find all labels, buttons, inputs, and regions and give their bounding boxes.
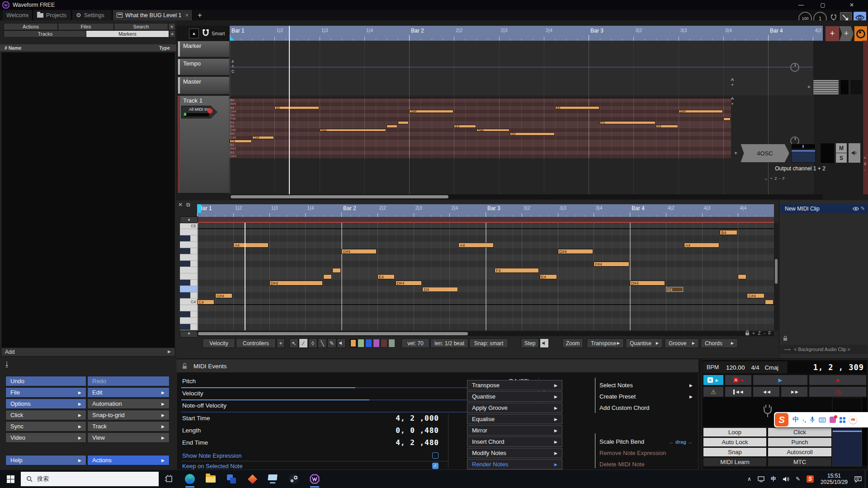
taskbar-app-explorer[interactable] [205,474,216,484]
menu-undo[interactable]: Undo [5,376,86,386]
warning-button[interactable]: ⚠ [703,386,724,397]
time-value[interactable]: 4, 2 ,480 [326,438,439,447]
editor-hscrollbar[interactable] [197,331,774,336]
white-key-f4[interactable] [180,267,197,273]
editor-menu-transpose[interactable]: Transpose▶ [587,338,624,348]
midi-note-f4-8.25[interactable]: F4 [495,268,539,273]
keys-scroll-up-button[interactable]: ▲ [180,216,198,223]
menu-automation[interactable]: Automation▶ [87,399,170,409]
record-button[interactable]: ● [809,375,867,385]
minimize-button[interactable]: — [792,0,810,10]
fader-line[interactable] [833,431,862,432]
clip-note[interactable] [723,117,731,121]
note-menu-mirror[interactable]: Mirror▶ [467,425,562,436]
taskbar-app-monitor-app[interactable] [268,474,278,484]
white-key-e4[interactable] [180,273,197,280]
note-menu-render-notes[interactable]: Render Notes▶ [467,459,562,469]
monitor-record-button[interactable] [854,26,868,42]
fast-forward-button[interactable]: ►► [781,386,808,397]
clip-title-bar[interactable]: New MIDI Clip ✎ [780,204,868,213]
menu-edit[interactable]: Edit▶ [87,387,170,398]
unlock-icon[interactable] [182,363,187,369]
export-icon[interactable]: ⭳ [4,360,10,368]
menu-video[interactable]: Video▶ [5,432,86,443]
close-button[interactable]: ✕ [843,0,861,10]
white-key-a3[interactable] [180,318,197,324]
sticker-icon[interactable] [849,416,857,424]
editor-zoom-controls[interactable]: + Z - F [752,331,772,336]
midi-note-fs4-11[interactable]: F#4 [594,262,629,267]
line-tool[interactable]: ╲ [318,338,327,348]
menu-snap-to-grid[interactable]: Snap-to-grid▶ [87,410,170,420]
track1-badge-add[interactable]: + [730,102,735,106]
toggle-label-show-note-expression[interactable]: Show Note Expression [182,452,242,459]
clip-note[interactable]: F4 [600,121,656,124]
auto-play-button[interactable]: A► [703,375,724,385]
master-meter[interactable] [840,80,849,95]
channel-pan-strip[interactable] [791,144,816,149]
velocity-display[interactable]: vel: 70 [401,338,429,348]
black-key-gs3[interactable] [180,324,197,330]
midi-note-a4-13.5[interactable]: A4 [684,243,719,248]
editor-close-icon[interactable]: ✕ [178,202,183,208]
clip-note[interactable]: A4 [555,106,599,109]
zoom-button[interactable]: Zoom [562,338,583,348]
channel-speaker-button[interactable] [848,143,861,163]
track-header-tempo[interactable]: Tempo [177,58,230,75]
countdown-clock-button[interactable]: ◷ [809,386,867,397]
track-header-marker[interactable]: Marker [177,41,230,57]
editor-vscroll-thumb[interactable] [775,259,778,284]
menu-redo[interactable]: Redo [87,376,170,386]
note-action-select-notes[interactable]: Select Notes▶ [599,380,695,390]
task-view-button[interactable] [159,470,179,488]
time-value[interactable]: 4, 2 ,000 [326,414,439,422]
editor-timeline-ruler[interactable]: Bar 11|21|31|4Bar 22|22|32|4Bar 33|23|33… [197,204,774,217]
piano-roll-grid[interactable]: C4C#4A4D#4G#4E4D#4D4A4F4E4G#4F#4D#4D4A4B… [197,223,774,330]
master-add-icon[interactable]: + [807,84,810,89]
bpm-value[interactable]: 120.00 [726,364,745,371]
clip-note[interactable]: E4 [454,125,476,128]
clip-note[interactable]: D4 [510,132,554,136]
midi-note-c4-0[interactable]: C4 [197,300,214,305]
channel-zoom-row[interactable]: ↔ + Z - F [764,176,785,181]
paint-tool[interactable]: ✎ [327,338,336,348]
clip-note[interactable]: G#4 [409,110,453,113]
toggle-click[interactable]: Click [768,427,832,437]
midi-note-a4-7.25[interactable]: A4 [458,243,494,248]
editor-menu-groove[interactable]: Groove▶ [665,338,699,348]
midi-note-e4-9.5[interactable]: E4 [540,274,557,279]
swatch-blue[interactable] [365,339,372,347]
play-button[interactable]: ► [753,375,808,385]
show-desktop-button[interactable] [865,470,868,488]
clip-note[interactable]: C#4 [252,136,274,139]
track1-badge-automation[interactable]: A [730,96,735,101]
midi-note-f4-3.75[interactable] [332,268,340,273]
position-display[interactable]: 1, 2 , 309 [788,361,867,373]
note-action-create-preset[interactable]: Create Preset▶ [599,391,695,402]
taskbar-app-waveform[interactable] [309,474,320,484]
midi-note-e4-3.5[interactable] [323,274,331,279]
swatch-darkred[interactable] [381,339,387,347]
browser-tabs-close-icon[interactable]: × [168,23,175,30]
editor-clip-strip[interactable] [197,217,774,223]
channel-volume-fader[interactable] [791,149,816,163]
add-plugin-button[interactable]: + [839,26,854,42]
eraser-tool[interactable]: ◊ [308,338,317,348]
step-button[interactable]: Step [521,338,539,348]
menu-track[interactable]: Track▶ [87,421,170,432]
toggle-auto-lock[interactable]: Auto Lock [703,437,767,447]
select-tool[interactable]: ↖ [289,338,298,348]
drag-hint[interactable]: ← drag → [669,439,693,445]
tempo-curve-line[interactable] [230,67,813,67]
editor-lock-icon[interactable] [745,330,750,336]
taskbar-search-input[interactable]: 搜索 [21,472,159,486]
midi-note-ds4-2[interactable]: D#4 [269,281,323,286]
tempo-knob[interactable] [790,63,799,72]
pencil-tool[interactable]: ∕ [299,338,308,348]
toolbox-grid-icon[interactable] [840,417,845,423]
tempo-display[interactable]: BPM 120.00 4/4 Cmaj [703,361,787,373]
midi-note-a4-1[interactable]: A4 [233,243,269,248]
tab-close-icon[interactable]: × [185,12,189,19]
note-action-add-custom-chord[interactable]: Add Custom Chord [599,403,695,413]
menu-options[interactable]: Options▶ [5,399,86,409]
